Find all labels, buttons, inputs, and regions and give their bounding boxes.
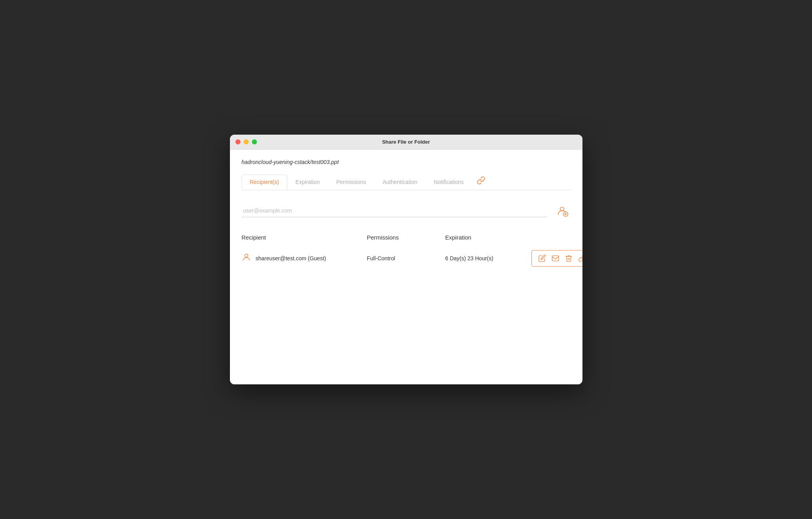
email-button[interactable] [551,254,560,263]
header-permissions: Permissions [367,234,445,241]
tab-recipients[interactable]: Recipient(s) [242,175,288,189]
header-expiration: Expiration [445,234,532,241]
maximize-button[interactable] [252,139,257,144]
table-header: Recipient Permissions Expiration [242,231,571,244]
tab-notifications[interactable]: Notifications [425,175,472,189]
tab-authentication[interactable]: Authentication [374,175,426,189]
link-icon[interactable] [472,173,490,190]
copy-link-button[interactable] [577,254,582,263]
permissions-cell: Full-Control [367,255,445,261]
expiration-cell: 6 Day(s) 23 Hour(s) [445,255,532,261]
header-recipient: Recipient [242,234,367,241]
tab-bar: Recipient(s) Expiration Permissions Auth… [242,173,571,190]
minimize-button[interactable] [244,139,249,144]
delete-button[interactable] [564,254,573,263]
svg-rect-5 [552,256,559,261]
email-input-row [242,202,571,219]
titlebar: Share File or Folder [230,135,582,150]
recipient-cell: shareuser@test.com (Guest) [242,252,367,264]
file-path: hadroncloud-yuening-cstack/test003.ppt [242,159,571,165]
user-icon [242,252,251,264]
email-input[interactable] [242,204,547,217]
traffic-lights [235,139,257,144]
table-row: shareuser@test.com (Guest) Full-Control … [242,247,571,270]
close-button[interactable] [235,139,241,144]
recipient-name: shareuser@test.com (Guest) [256,255,326,261]
tab-permissions[interactable]: Permissions [328,175,374,189]
edit-button[interactable] [537,254,547,263]
header-actions [532,234,571,241]
app-window: Share File or Folder hadroncloud-yuening… [230,135,582,384]
add-user-button[interactable] [553,202,571,219]
window-title: Share File or Folder [382,139,430,145]
tab-expiration[interactable]: Expiration [287,175,328,189]
main-content: hadroncloud-yuening-cstack/test003.ppt R… [230,150,582,384]
svg-point-4 [245,254,248,257]
action-buttons [532,250,582,267]
